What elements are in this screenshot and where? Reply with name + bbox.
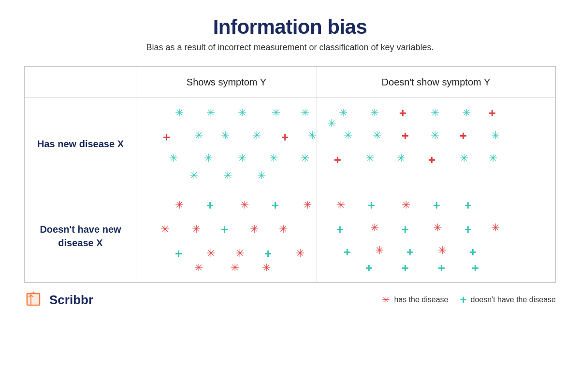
virus-icon: ✳: [189, 169, 198, 182]
virus-icon: ✳: [489, 152, 497, 165]
virus-icon: ✳: [433, 222, 442, 234]
cross-icon: +: [281, 131, 289, 143]
page-footer: Scribbr ✳ has the disease + doesn't have…: [24, 283, 556, 310]
virus-icon: ✳: [438, 244, 447, 257]
virus-icon: ✳: [301, 107, 309, 119]
col1-header: Shows symptom Y: [136, 67, 317, 98]
virus-icon: ✳: [308, 129, 317, 142]
cross-icon: +: [206, 199, 214, 211]
cross-icon: +: [406, 246, 414, 258]
cross-icon: +: [438, 262, 445, 274]
cross-icon: +: [489, 107, 496, 119]
brand-name: Scribbr: [49, 293, 93, 308]
virus-icon: ✳: [169, 152, 178, 165]
cell-row2-col2: ✳ + ✳ + + + ✳ + ✳ + ✳ + ✳ + ✳: [317, 190, 555, 282]
virus-icon: ✳: [252, 129, 261, 142]
cross-icon: +: [469, 246, 477, 258]
row1-header: Has new disease X: [25, 98, 136, 190]
cross-icon: +: [472, 262, 479, 274]
virus-icon: ✳: [175, 107, 184, 119]
virus-icon: ✳: [194, 262, 203, 274]
cross-icon: +: [365, 262, 373, 274]
virus-icon: ✳: [462, 107, 471, 119]
virus-icon: ✳: [269, 152, 278, 165]
cross-icon: +: [334, 154, 341, 166]
cross-icon: +: [464, 199, 472, 211]
virus-icon: ✳: [250, 223, 259, 236]
virus-icon: ✳: [175, 199, 184, 211]
virus-icon: ✳: [370, 222, 379, 234]
cross-icon: +: [402, 262, 409, 274]
virus-icon: ✳: [231, 262, 239, 274]
virus-icon: ✳: [204, 152, 213, 165]
virus-icon: ✳: [491, 222, 500, 234]
virus-icon: ✳: [257, 169, 266, 182]
cross-icon: +: [163, 131, 170, 143]
cross-icon: +: [433, 199, 440, 211]
cross-icon: +: [344, 246, 351, 258]
virus-icon: ✳: [370, 107, 379, 119]
svg-rect-0: [26, 294, 40, 304]
virus-icon: ✳: [431, 129, 439, 142]
virus-icon: ✳: [397, 152, 406, 165]
cross-icon: +: [464, 223, 472, 236]
cell-row1-col2: ✳ ✳ + ✳ ✳ + ✳ ✳ + ✳ + ✳ + ✳ ✳: [317, 98, 555, 190]
cross-icon: +: [399, 107, 406, 119]
cross-icon: +: [428, 154, 435, 166]
main-table-container: Shows symptom Y Doesn't show symptom Y H…: [24, 66, 556, 283]
cell-row1-col1: ✳ ✳ ✳ ✳ ✳ + ✳ ✳ ✳ + ✳ ✳ ✳ ✳ ✳: [136, 98, 317, 190]
virus-icon: ✳: [192, 223, 201, 236]
virus-icon: ✳: [223, 169, 232, 182]
page-header: Information bias Bias as a result of inc…: [0, 0, 580, 57]
virus-icon: ✳: [431, 107, 439, 119]
virus-icon: ✳: [272, 107, 280, 119]
virus-icon: ✳: [160, 223, 169, 236]
virus-icon: ✳: [206, 107, 215, 119]
cross-icon: +: [272, 199, 279, 211]
virus-icon: ✳: [235, 247, 244, 260]
legend-disease-label: has the disease: [394, 295, 448, 304]
virus-icon: ✳: [365, 152, 374, 165]
virus-icon: ✳: [373, 129, 381, 142]
row2-header: Doesn't have new disease X: [25, 190, 136, 282]
virus-icon: ✳: [336, 199, 345, 211]
page-title: Information bias: [0, 15, 580, 39]
virus-icon: ✳: [301, 152, 309, 165]
virus-icon: ✳: [194, 129, 203, 142]
virus-icon: ✳: [240, 199, 249, 211]
legend-virus-icon: ✳: [382, 294, 390, 306]
virus-icon: ✳: [262, 262, 271, 274]
virus-icon: ✳: [339, 107, 348, 119]
cross-icon: +: [460, 129, 467, 142]
virus-icon: ✳: [296, 247, 304, 260]
legend: ✳ has the disease + doesn't have the dis…: [382, 294, 556, 306]
cross-icon: +: [402, 223, 409, 236]
virus-icon: ✳: [206, 247, 215, 260]
virus-icon: ✳: [375, 244, 384, 257]
virus-icon: ✳: [303, 199, 312, 211]
cross-icon: +: [264, 247, 272, 260]
col2-header: Doesn't show symptom Y: [317, 67, 555, 98]
virus-icon: ✳: [238, 152, 246, 165]
virus-icon: ✳: [460, 152, 468, 165]
scribbr-logo: Scribbr: [24, 290, 93, 310]
virus-icon: ✳: [221, 129, 230, 142]
cell-row2-col1: ✳ + ✳ + ✳ ✳ ✳ + ✳ ✳ + ✳ ✳ + ✳: [136, 190, 317, 282]
cross-icon: +: [336, 223, 344, 236]
virus-icon: ✳: [344, 129, 352, 142]
legend-no-disease: + doesn't have the disease: [460, 294, 556, 306]
virus-icon: ✳: [238, 107, 246, 119]
legend-no-disease-label: doesn't have the disease: [470, 295, 556, 304]
cross-icon: +: [368, 199, 375, 211]
page-subtitle: Bias as a result of incorrect measuremen…: [0, 42, 580, 53]
legend-cross-icon: +: [460, 294, 466, 306]
legend-disease: ✳ has the disease: [382, 294, 448, 306]
virus-icon: ✳: [491, 129, 500, 142]
scribbr-logo-icon: [24, 290, 44, 310]
cross-icon: +: [175, 247, 182, 260]
cross-icon: +: [402, 129, 409, 142]
cross-icon: +: [221, 223, 228, 236]
virus-icon: ✳: [402, 199, 410, 211]
virus-icon: ✳: [279, 223, 288, 236]
